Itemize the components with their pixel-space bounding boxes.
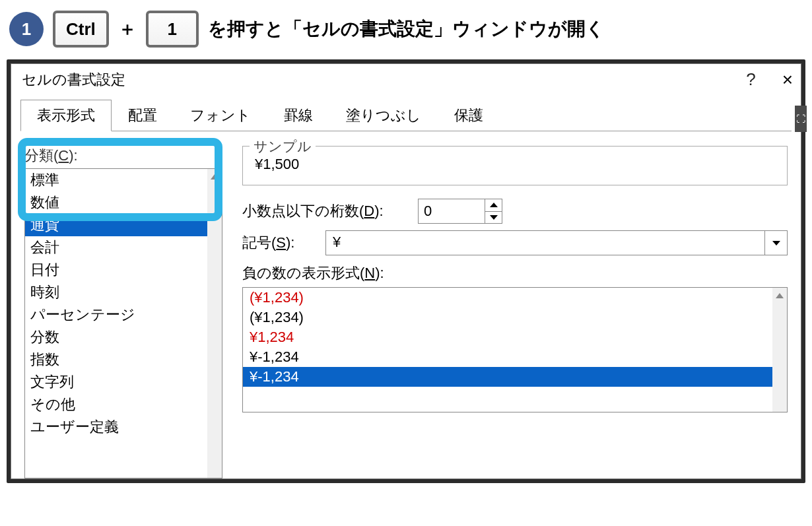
category-item[interactable]: 時刻 [25, 281, 207, 304]
instruction-text: を押すと「セルの書式設定」ウィンドウが開く [208, 16, 605, 42]
tab-body: 分類(C): 標準数値通貨会計日付時刻パーセンテージ分数指数文字列その他ユーザー… [20, 131, 792, 478]
negative-format-label: 負の数の表示形式(N): [242, 263, 788, 283]
symbol-dropdown[interactable]: ¥ [325, 230, 788, 255]
symbol-row: 記号(S): ¥ [242, 230, 788, 255]
category-item[interactable]: パーセンテージ [25, 304, 207, 326]
tab-fill[interactable]: 塗りつぶし [329, 100, 438, 131]
tab-font[interactable]: フォント [174, 100, 267, 131]
detail-column: サンプル ¥1,500 小数点以下の桁数(D): [242, 146, 788, 478]
category-listbox[interactable]: 標準数値通貨会計日付時刻パーセンテージ分数指数文字列その他ユーザー定義 [24, 168, 222, 478]
dialog-titlebar: セルの書式設定 ? × [11, 64, 801, 99]
step-badge: 1 [9, 12, 44, 46]
scrollbar[interactable] [772, 288, 787, 412]
scroll-up-icon[interactable] [776, 293, 784, 298]
format-cells-dialog: セルの書式設定 ? × 表示形式配置フォント罫線塗りつぶし保護 分類(C): 標… [11, 63, 801, 479]
category-item[interactable]: 指数 [25, 348, 207, 371]
close-button[interactable]: × [782, 71, 793, 89]
category-item[interactable]: 会計 [25, 236, 207, 259]
tab-border[interactable]: 罫線 [267, 100, 329, 131]
tab-align[interactable]: 配置 [112, 100, 174, 131]
negative-format-item[interactable]: ¥-1,234 [243, 367, 772, 387]
scrollbar[interactable] [207, 169, 222, 478]
instruction-row: 1 Ctrl ＋ 1 を押すと「セルの書式設定」ウィンドウが開く [7, 7, 805, 59]
chevron-up-icon [490, 203, 498, 207]
dialog-tabs: 表示形式配置フォント罫線塗りつぶし保護 [11, 99, 801, 131]
category-item[interactable]: 通貨 [25, 214, 207, 236]
chevron-down-icon [490, 215, 498, 220]
keycap-ctrl: Ctrl [53, 11, 109, 48]
app-dark-frame: ⛶ セルの書式設定 ? × 表示形式配置フォント罫線塗りつぶし保護 分類(C):… [7, 59, 805, 483]
category-item[interactable]: 文字列 [25, 371, 207, 393]
decimals-row: 小数点以下の桁数(D): [242, 199, 788, 224]
category-item[interactable]: 分数 [25, 326, 207, 348]
symbol-value: ¥ [326, 231, 764, 255]
negative-format-item[interactable]: ¥1,234 [243, 327, 772, 347]
dropdown-button[interactable] [764, 231, 787, 255]
dialog-title: セルの書式設定 [22, 70, 125, 90]
spinner-up-button[interactable] [485, 199, 502, 212]
negative-format-item[interactable]: (¥1,234) [243, 288, 772, 308]
sample-value: ¥1,500 [252, 156, 778, 173]
category-item[interactable]: ユーザー定義 [25, 416, 207, 438]
chevron-down-icon [772, 241, 780, 246]
tab-protect[interactable]: 保護 [438, 100, 500, 131]
category-column: 分類(C): 標準数値通貨会計日付時刻パーセンテージ分数指数文字列その他ユーザー… [24, 146, 222, 478]
sample-groupbox: サンプル ¥1,500 [242, 146, 788, 185]
category-item[interactable]: 数値 [25, 191, 207, 214]
spinner-down-button[interactable] [485, 212, 502, 224]
side-panel-toggle-icon[interactable]: ⛶ [795, 106, 807, 132]
decimals-label: 小数点以下の桁数(D): [242, 201, 407, 221]
plus-sign: ＋ [118, 16, 137, 42]
negative-format-item[interactable]: (¥1,234) [243, 308, 772, 327]
decimals-input[interactable] [419, 199, 485, 223]
keycap-one: 1 [146, 11, 199, 48]
symbol-label: 記号(S): [242, 233, 315, 253]
negative-format-item[interactable]: ¥-1,234 [243, 347, 772, 367]
category-item[interactable]: 日付 [25, 259, 207, 281]
negative-format-listbox[interactable]: (¥1,234)(¥1,234)¥1,234¥-1,234¥-1,234 [242, 287, 788, 412]
scroll-up-icon[interactable] [211, 174, 219, 180]
sample-legend: サンプル [250, 137, 316, 156]
category-label: 分類(C): [24, 146, 222, 166]
category-item[interactable]: 標準 [25, 169, 207, 191]
help-button[interactable]: ? [746, 69, 755, 90]
decimals-spinner[interactable] [418, 199, 502, 224]
tab-number[interactable]: 表示形式 [20, 100, 112, 131]
category-item[interactable]: その他 [25, 393, 207, 416]
